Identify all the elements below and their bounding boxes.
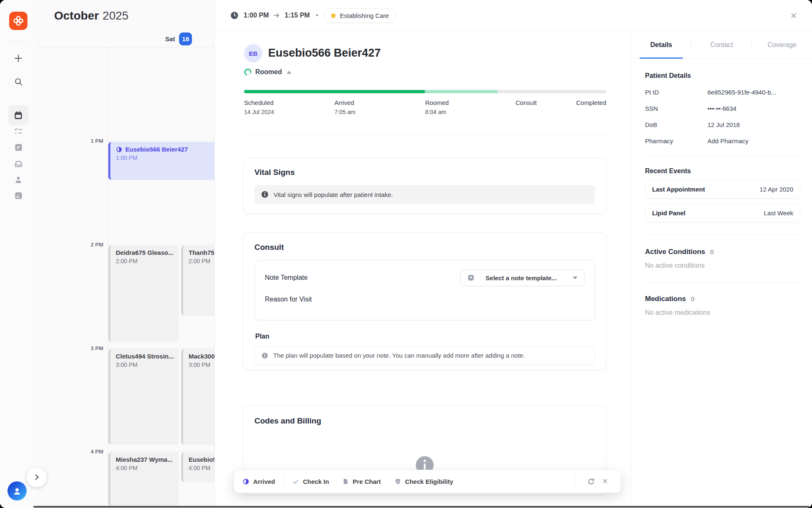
appointment-toolbar: Arrived Check In Pre Chart Check Eligibi… bbox=[234, 470, 621, 493]
info-icon bbox=[262, 352, 268, 359]
section-divider bbox=[244, 134, 606, 134]
expand-sidebar-button[interactable] bbox=[27, 467, 47, 487]
calendar-event[interactable]: Deidra675 Gleaso... 2:00 PM bbox=[108, 245, 179, 342]
progress-step: Arrived7:05 am bbox=[334, 99, 356, 115]
details-panel: Details Contact Coverage Patient Details… bbox=[631, 32, 812, 508]
day-header[interactable]: Sat 18 bbox=[108, 32, 214, 45]
close-toolbar-button[interactable]: ✕ bbox=[598, 474, 612, 488]
sidebar-item-documents[interactable] bbox=[8, 186, 28, 206]
vital-signs-info-banner: Vital signs will populate after patient … bbox=[254, 185, 595, 204]
vital-signs-card: Vital Signs Vital signs will populate af… bbox=[243, 157, 606, 214]
progress-fill bbox=[244, 90, 425, 93]
consult-card: Consult Note Template Select a note temp… bbox=[243, 232, 606, 371]
add-pharmacy-link[interactable]: Add Pharmacy bbox=[707, 137, 748, 144]
hour-line bbox=[107, 451, 214, 452]
calendar-year: 2025 bbox=[102, 9, 128, 22]
hour-line bbox=[107, 141, 214, 141]
detail-row-dob: DoB 12 Jul 2018 bbox=[645, 121, 800, 128]
progress-step: Scheduled14 Jul 2024 bbox=[244, 99, 274, 115]
chevron-up-icon bbox=[286, 71, 291, 74]
medications-empty: No active medications bbox=[645, 309, 800, 316]
calendar-event-selected[interactable]: Eusebio566 Beier427 1:00 PM bbox=[108, 142, 214, 180]
consult-note-form: Note Template Select a note template... … bbox=[254, 260, 595, 320]
status-arrived-button[interactable]: Arrived bbox=[242, 478, 275, 485]
check-icon bbox=[292, 478, 299, 485]
hour-line bbox=[107, 348, 214, 349]
patient-status-label: Roomed bbox=[255, 68, 282, 76]
progress-fill-light bbox=[425, 90, 498, 93]
contrast-status-icon bbox=[116, 146, 122, 153]
time-gutter-line bbox=[107, 47, 108, 508]
day-label: Sat bbox=[165, 35, 175, 42]
active-conditions-header: Active Conditions 0 bbox=[645, 248, 800, 256]
progress-step: Completed bbox=[576, 99, 606, 109]
panel-divider bbox=[645, 155, 800, 156]
grid-top-line bbox=[37, 47, 214, 47]
close-panel-button[interactable]: ✕ bbox=[788, 10, 800, 22]
check-in-button[interactable]: Check In bbox=[292, 478, 329, 485]
panel-divider bbox=[645, 235, 800, 235]
calendar-event[interactable]: Thanh759 Senger9... 2:00 PM bbox=[181, 245, 214, 316]
app-logo-icon[interactable] bbox=[9, 12, 27, 30]
sidebar-divider bbox=[7, 40, 30, 40]
patient-name: Eusebio566 Beier427 bbox=[268, 47, 381, 60]
hour-label: 3 PM bbox=[78, 345, 103, 351]
visit-type-label: Establishing Care bbox=[340, 12, 389, 19]
plan-info-banner: The plan will populate based on your not… bbox=[254, 346, 595, 365]
hour-label: 2 PM bbox=[78, 242, 103, 248]
progress-step: Roomed8:04 am bbox=[425, 99, 449, 115]
calendar-month: October bbox=[54, 9, 99, 22]
tab-details[interactable]: Details bbox=[631, 32, 691, 58]
progress-bar bbox=[244, 90, 606, 93]
sidebar bbox=[0, 0, 37, 508]
end-time: 1:15 PM bbox=[284, 12, 309, 19]
calendar-panel: October2025 Sat 18 1 PM 2 PM 3 PM 4 PM E… bbox=[37, 0, 214, 508]
medications-header: Medications 0 bbox=[645, 295, 800, 303]
progress-step: Consult bbox=[516, 99, 537, 109]
note-template-select[interactable]: Select a note template... bbox=[460, 269, 585, 286]
add-button[interactable] bbox=[8, 48, 28, 68]
vital-signs-title: Vital Signs bbox=[254, 168, 595, 177]
recent-event-card[interactable]: Last Appointment 12 Apr 2020 bbox=[645, 180, 800, 199]
calendar-title: October2025 bbox=[54, 9, 129, 22]
search-icon[interactable] bbox=[8, 72, 28, 92]
day-number-badge: 18 bbox=[179, 32, 192, 45]
horizontal-scrollbar[interactable] bbox=[33, 506, 810, 508]
details-tabs: Details Contact Coverage bbox=[631, 32, 812, 59]
active-conditions-empty: No active conditions bbox=[645, 262, 800, 269]
patient-status-toggle[interactable]: Roomed bbox=[244, 68, 291, 76]
recent-events-title: Recent Events bbox=[645, 167, 800, 175]
pre-chart-button[interactable]: Pre Chart bbox=[342, 478, 381, 485]
tab-contact[interactable]: Contact bbox=[692, 32, 752, 58]
visit-progress: Scheduled14 Jul 2024 Arrived7:05 am Room… bbox=[244, 90, 606, 118]
reason-for-visit-label: Reason for Visit bbox=[265, 296, 312, 303]
hour-label: 4 PM bbox=[78, 448, 103, 455]
user-avatar[interactable] bbox=[7, 481, 27, 501]
calendar-event[interactable]: Miesha237 Wyma... 4:00 PM bbox=[108, 452, 179, 506]
document-icon bbox=[342, 478, 349, 485]
appointment-panel: 1:00 PM 1:15 PM • Establishing Care ✕ EB… bbox=[214, 0, 812, 508]
consult-title: Consult bbox=[254, 243, 595, 252]
app-window: October2025 Sat 18 1 PM 2 PM 3 PM 4 PM E… bbox=[0, 0, 812, 508]
refresh-button[interactable] bbox=[584, 474, 598, 488]
calendar-event[interactable]: Cletus494 Strosin... 3:00 PM bbox=[108, 349, 179, 445]
clock-icon bbox=[230, 11, 239, 20]
appointment-header: 1:00 PM 1:15 PM • Establishing Care ✕ bbox=[215, 0, 812, 31]
calendar-event[interactable]: Eusebio566 Beier4... 4:00 PM bbox=[181, 452, 214, 482]
detail-row-ssn: SSN •••-••-6634 bbox=[645, 105, 800, 112]
detail-row-ptid: Pt ID 6e852965-91fe-4940-b... bbox=[645, 89, 800, 96]
visit-type-badge[interactable]: Establishing Care bbox=[324, 8, 396, 23]
status-ring-icon bbox=[244, 68, 252, 76]
start-time: 1:00 PM bbox=[244, 12, 269, 19]
calendar-event[interactable]: Mack300 Wisoky3... 3:00 PM bbox=[181, 349, 214, 445]
shield-check-icon bbox=[394, 478, 401, 485]
note-template-placeholder: Select a note template... bbox=[486, 274, 557, 281]
tab-coverage[interactable]: Coverage bbox=[752, 32, 812, 58]
patient-details-title: Patient Details bbox=[645, 72, 800, 80]
plan-label: Plan bbox=[255, 333, 595, 340]
detail-row-pharmacy: Pharmacy Add Pharmacy bbox=[645, 137, 800, 144]
recent-event-card[interactable]: Lipid Panel Last Week bbox=[645, 204, 800, 222]
dot-separator: • bbox=[316, 11, 318, 20]
check-eligibility-button[interactable]: Check Eligibility bbox=[394, 478, 453, 485]
panel-divider bbox=[645, 282, 800, 282]
